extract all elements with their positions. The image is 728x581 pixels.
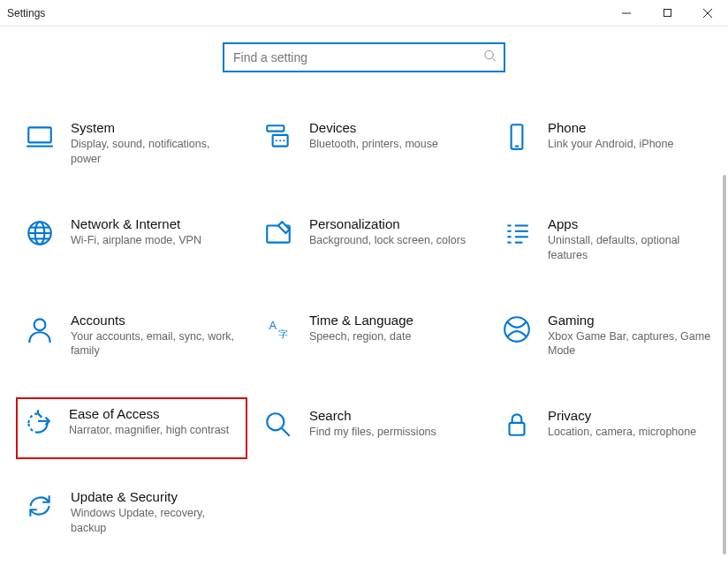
svg-point-11 xyxy=(279,140,281,141)
window-controls xyxy=(606,0,728,26)
tile-subtitle: Xbox Game Bar, captures, Game Mode xyxy=(548,329,716,359)
tile-title: Personalization xyxy=(309,216,477,231)
svg-rect-8 xyxy=(267,125,284,131)
minimize-button[interactable] xyxy=(606,0,647,26)
tile-network[interactable]: Network & Internet Wi-Fi, airplane mode,… xyxy=(21,213,242,267)
apps-icon xyxy=(502,218,532,248)
search-input[interactable] xyxy=(223,42,505,72)
tile-body: Search Find my files, permissions xyxy=(309,408,477,440)
content-area: System Display, sound, notifications, po… xyxy=(0,26,728,581)
tile-subtitle: Speech, region, date xyxy=(309,329,477,344)
tile-subtitle: Background, lock screen, colors xyxy=(309,233,477,248)
tile-body: Accounts Your accounts, email, sync, wor… xyxy=(71,313,239,359)
svg-point-12 xyxy=(283,140,284,141)
tile-body: Personalization Background, lock screen,… xyxy=(309,216,477,248)
tile-body: Gaming Xbox Game Bar, captures, Game Mod… xyxy=(548,313,716,359)
tile-body: Time & Language Speech, region, date xyxy=(309,313,477,344)
tile-subtitle: Your accounts, email, sync, work, family xyxy=(71,329,239,359)
svg-point-32 xyxy=(504,317,529,342)
tile-title: Time & Language xyxy=(309,313,477,328)
tile-gaming[interactable]: Gaming Xbox Game Bar, captures, Game Mod… xyxy=(498,309,719,363)
tile-body: Phone Link your Android, iPhone xyxy=(548,120,716,152)
phone-icon xyxy=(502,122,532,152)
svg-line-35 xyxy=(282,429,290,437)
time-language-icon: A 字 xyxy=(263,314,293,344)
globe-icon xyxy=(25,218,55,248)
svg-text:字: 字 xyxy=(278,328,288,338)
tile-title: Apps xyxy=(548,216,716,231)
settings-grid: System Display, sound, notifications, po… xyxy=(0,117,728,540)
tile-title: Network & Internet xyxy=(71,216,239,231)
tile-search[interactable]: Search Find my files, permissions xyxy=(260,404,481,443)
system-icon xyxy=(25,122,55,152)
svg-point-34 xyxy=(267,414,284,431)
svg-rect-6 xyxy=(28,127,51,142)
svg-point-4 xyxy=(485,50,493,58)
tile-subtitle: Narrator, magnifier, high contrast xyxy=(69,423,240,438)
tile-devices[interactable]: Devices Bluetooth, printers, mouse xyxy=(260,117,481,170)
tile-subtitle: Bluetooth, printers, mouse xyxy=(309,137,477,152)
personalization-icon xyxy=(263,218,293,248)
tile-body: System Display, sound, notifications, po… xyxy=(71,120,239,167)
devices-icon xyxy=(263,122,293,152)
lock-icon xyxy=(502,410,532,440)
update-icon xyxy=(25,491,55,521)
tile-title: Search xyxy=(309,408,477,423)
accounts-icon xyxy=(25,314,55,344)
tile-phone[interactable]: Phone Link your Android, iPhone xyxy=(498,117,719,170)
svg-point-29 xyxy=(34,319,46,330)
tile-body: Ease of Access Narrator, magnifier, high… xyxy=(69,406,240,438)
svg-rect-36 xyxy=(510,423,525,435)
tile-subtitle: Location, camera, microphone xyxy=(548,425,716,440)
tile-accounts[interactable]: Accounts Your accounts, email, sync, wor… xyxy=(21,309,242,363)
tile-subtitle: Display, sound, notifications, power xyxy=(71,137,239,167)
tile-body: Network & Internet Wi-Fi, airplane mode,… xyxy=(71,216,239,248)
search-tile-icon xyxy=(263,410,293,440)
ease-of-access-icon xyxy=(23,408,53,438)
tile-body: Privacy Location, camera, microphone xyxy=(548,408,716,440)
tile-privacy[interactable]: Privacy Location, camera, microphone xyxy=(498,404,719,443)
tile-update-security[interactable]: Update & Security Windows Update, recove… xyxy=(21,486,242,540)
tile-subtitle: Find my files, permissions xyxy=(309,425,477,440)
tile-title: Update & Security xyxy=(71,489,239,504)
maximize-button[interactable] xyxy=(647,0,687,26)
tile-title: Accounts xyxy=(71,313,239,328)
tile-apps[interactable]: Apps Uninstall, defaults, optional featu… xyxy=(498,213,719,267)
tile-title: Ease of Access xyxy=(69,406,240,421)
tile-body: Apps Uninstall, defaults, optional featu… xyxy=(548,216,716,263)
tile-title: System xyxy=(71,120,239,135)
scrollbar[interactable] xyxy=(723,175,726,555)
tile-title: Privacy xyxy=(548,408,716,423)
tile-subtitle: Link your Android, iPhone xyxy=(548,137,716,152)
tile-subtitle: Uninstall, defaults, optional features xyxy=(548,233,716,263)
title-bar: Settings xyxy=(0,0,728,26)
tile-title: Gaming xyxy=(548,313,716,328)
tile-subtitle: Windows Update, recovery, backup xyxy=(71,506,239,536)
close-button[interactable] xyxy=(687,0,728,26)
tile-time-language[interactable]: A 字 Time & Language Speech, region, date xyxy=(260,309,481,363)
tile-title: Devices xyxy=(309,120,477,135)
tile-title: Phone xyxy=(548,120,716,135)
search-container xyxy=(223,42,505,72)
tile-system[interactable]: System Display, sound, notifications, po… xyxy=(21,117,242,170)
tile-body: Devices Bluetooth, printers, mouse xyxy=(309,120,477,152)
tile-body: Update & Security Windows Update, recove… xyxy=(71,489,239,536)
window-title: Settings xyxy=(7,7,45,19)
gaming-icon xyxy=(502,314,532,344)
svg-point-10 xyxy=(276,140,277,141)
search-icon xyxy=(483,49,497,66)
svg-line-5 xyxy=(492,58,496,62)
tile-ease-of-access[interactable]: Ease of Access Narrator, magnifier, high… xyxy=(18,399,246,457)
svg-text:A: A xyxy=(269,319,277,332)
tile-personalization[interactable]: Personalization Background, lock screen,… xyxy=(260,213,481,267)
tile-subtitle: Wi-Fi, airplane mode, VPN xyxy=(71,233,239,248)
svg-rect-1 xyxy=(664,10,671,17)
